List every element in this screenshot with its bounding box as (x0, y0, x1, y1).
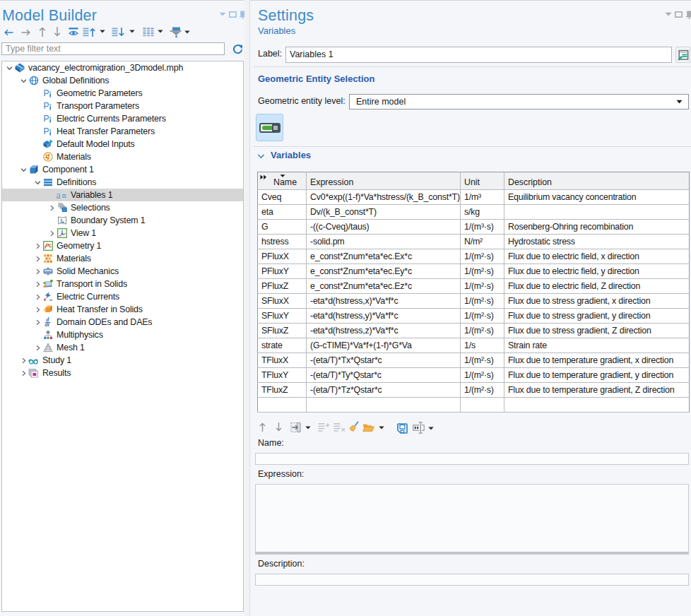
svg-text:P: P (43, 101, 49, 111)
svg-text:dt: dt (45, 321, 49, 327)
svg-text:P: P (43, 114, 49, 124)
svg-text:P: P (43, 126, 49, 136)
svg-text:a: a (57, 190, 61, 200)
svg-text:P: P (43, 88, 49, 98)
